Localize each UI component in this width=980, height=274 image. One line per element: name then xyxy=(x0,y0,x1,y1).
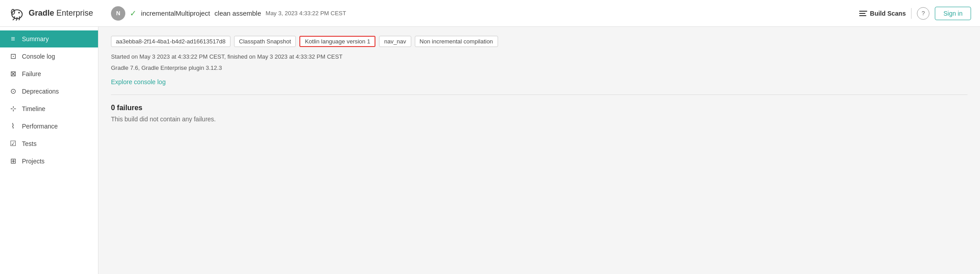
logo-text: Gradle Enterprise xyxy=(29,9,93,18)
sidebar-label-timeline: Timeline xyxy=(22,105,45,112)
failures-subtitle: This build did not contain any failures. xyxy=(111,116,967,123)
tag-non-incremental[interactable]: Non incremental compilation xyxy=(415,36,498,47)
timeline-icon: ⊹ xyxy=(9,104,17,113)
gradle-logo-icon xyxy=(9,5,25,21)
tests-icon: ☑ xyxy=(9,139,17,148)
sign-in-button[interactable]: Sign in xyxy=(935,7,971,20)
tag-classpath-snapshot[interactable]: Classpath Snapshot xyxy=(234,36,296,47)
help-button[interactable]: ? xyxy=(917,7,929,20)
sidebar-label-summary: Summary xyxy=(22,35,49,43)
sidebar-label-deprecations: Deprecations xyxy=(22,88,59,95)
tags-row: aa3ebba8-2f14-4ba1-b4d2-ad16613517d8 Cla… xyxy=(111,36,967,47)
sidebar: ≡ Summary ⊡ Console log ⊠ Failure ⊙ Depr… xyxy=(0,27,98,274)
started-info: Started on May 3 2023 at 4:33:22 PM CEST… xyxy=(111,52,967,62)
build-scans-link[interactable]: Build Scans xyxy=(859,10,906,17)
failure-icon: ⊠ xyxy=(9,69,17,78)
svg-point-2 xyxy=(18,12,20,13)
nav-right: Build Scans ? Sign in xyxy=(859,7,971,20)
avatar: N xyxy=(111,6,125,21)
summary-icon: ≡ xyxy=(9,35,17,43)
console-log-icon: ⊡ xyxy=(9,52,17,60)
build-info: N ✓ incrementalMultiproject clean assemb… xyxy=(111,6,852,21)
sidebar-label-failure: Failure xyxy=(22,70,41,77)
gradle-info: Gradle 7.6, Gradle Enterprise plugin 3.1… xyxy=(111,64,967,73)
main-layout: ≡ Summary ⊡ Console log ⊠ Failure ⊙ Depr… xyxy=(0,27,980,274)
tag-build-id[interactable]: aa3ebba8-2f14-4ba1-b4d2-ad16613517d8 xyxy=(111,36,230,47)
sidebar-item-tests[interactable]: ☑ Tests xyxy=(0,135,98,152)
logo-area: Gradle Enterprise xyxy=(9,5,93,21)
build-scans-icon xyxy=(859,11,867,16)
build-tasks: clean assemble xyxy=(214,9,261,17)
performance-icon: ⌇ xyxy=(9,122,17,130)
sidebar-label-tests: Tests xyxy=(22,140,37,147)
sidebar-item-failure[interactable]: ⊠ Failure xyxy=(0,65,98,82)
explore-console-link[interactable]: Explore console log xyxy=(111,78,166,86)
tag-nav-nav[interactable]: nav_nav xyxy=(379,36,411,47)
sidebar-item-console-log[interactable]: ⊡ Console log xyxy=(0,47,98,65)
sidebar-label-console-log: Console log xyxy=(22,53,55,60)
tag-kotlin-version[interactable]: Kotlin language version 1 xyxy=(299,36,375,47)
section-divider xyxy=(111,94,967,95)
sidebar-item-deprecations[interactable]: ⊙ Deprecations xyxy=(0,82,98,100)
sidebar-label-projects: Projects xyxy=(22,158,45,165)
sidebar-item-performance[interactable]: ⌇ Performance xyxy=(0,117,98,135)
sidebar-item-projects[interactable]: ⊞ Projects xyxy=(0,152,98,170)
sidebar-item-timeline[interactable]: ⊹ Timeline xyxy=(0,100,98,117)
top-nav: Gradle Enterprise N ✓ incrementalMultipr… xyxy=(0,0,980,27)
build-project-name: incrementalMultiproject xyxy=(141,9,210,17)
sidebar-item-summary[interactable]: ≡ Summary xyxy=(0,30,98,47)
sidebar-label-performance: Performance xyxy=(22,123,58,130)
deprecations-icon: ⊙ xyxy=(9,87,17,95)
success-icon: ✓ xyxy=(130,9,136,18)
main-content: aa3ebba8-2f14-4ba1-b4d2-ad16613517d8 Cla… xyxy=(98,27,980,274)
nav-divider xyxy=(911,8,912,19)
projects-icon: ⊞ xyxy=(9,157,17,165)
failures-heading: 0 failures xyxy=(111,104,967,112)
build-timestamp: May 3, 2023 4:33:22 PM CEST xyxy=(266,10,346,17)
